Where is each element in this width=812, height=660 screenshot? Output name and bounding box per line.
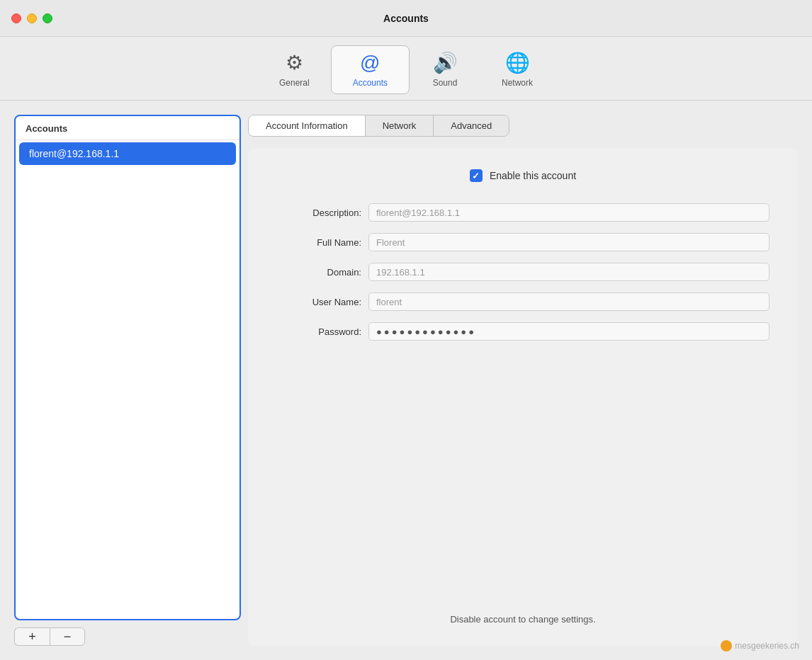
- username-row: User Name:: [276, 292, 769, 311]
- traffic-lights: [11, 13, 52, 23]
- close-button[interactable]: [11, 13, 21, 23]
- at-icon: @: [360, 52, 380, 74]
- minimize-button[interactable]: [27, 13, 37, 23]
- right-panel: Account Information Network Advanced Ena…: [241, 115, 798, 646]
- toolbar-item-accounts[interactable]: @ Accounts: [331, 45, 410, 94]
- toolbar-item-network[interactable]: 🌐 Network: [480, 45, 554, 94]
- form-panel: Enable this account Description: Full Na…: [248, 148, 798, 646]
- toolbar-item-general[interactable]: ⚙ General: [258, 45, 331, 94]
- enable-account-checkbox[interactable]: [470, 169, 483, 182]
- tab-advanced[interactable]: Advanced: [434, 115, 509, 136]
- toolbar-label-network: Network: [502, 78, 533, 88]
- footer-note: Disable account to change settings.: [276, 614, 769, 625]
- form-fields: Description: Full Name: Domain: User Nam…: [276, 203, 769, 341]
- gear-icon: ⚙: [286, 51, 303, 74]
- domain-input[interactable]: [368, 263, 769, 281]
- sun-icon: [721, 640, 732, 652]
- toolbar-label-general: General: [279, 78, 310, 88]
- toolbar: ⚙ General @ Accounts 🔊 Sound 🌐 Network: [0, 37, 812, 101]
- fullname-input[interactable]: [368, 233, 769, 251]
- description-input[interactable]: [368, 203, 769, 222]
- username-label: User Name:: [276, 297, 361, 307]
- add-account-button[interactable]: +: [14, 627, 50, 646]
- domain-label: Domain:: [276, 267, 361, 278]
- enable-account-label: Enable this account: [490, 170, 576, 181]
- toolbar-item-sound[interactable]: 🔊 Sound: [410, 45, 480, 94]
- fullname-row: Full Name:: [276, 233, 769, 251]
- accounts-list-container: Accounts florent@192.168.1.1: [14, 115, 241, 620]
- toolbar-label-sound: Sound: [433, 78, 458, 88]
- sidebar-buttons: + −: [14, 627, 241, 646]
- title-bar: Accounts: [0, 0, 812, 37]
- fullname-label: Full Name:: [276, 237, 361, 248]
- password-row: Password: ●●●●●●●●●●●●●: [276, 322, 769, 341]
- domain-row: Domain:: [276, 263, 769, 281]
- toolbar-label-accounts: Accounts: [353, 78, 388, 88]
- watermark-text: mesgeekeries.ch: [735, 641, 799, 651]
- password-input[interactable]: ●●●●●●●●●●●●●: [368, 322, 769, 341]
- password-label: Password:: [276, 326, 361, 337]
- account-list-item[interactable]: florent@192.168.1.1: [19, 142, 236, 165]
- accounts-list-header: Accounts: [16, 116, 239, 140]
- username-input[interactable]: [368, 292, 769, 311]
- description-row: Description:: [276, 203, 769, 222]
- tab-account-information[interactable]: Account Information: [249, 115, 366, 136]
- network-icon: 🌐: [505, 51, 530, 74]
- watermark: mesgeekeries.ch: [721, 640, 799, 652]
- tab-bar: Account Information Network Advanced: [248, 115, 509, 137]
- zoom-button[interactable]: [43, 13, 52, 23]
- tab-network[interactable]: Network: [366, 115, 434, 136]
- main-content: Accounts florent@192.168.1.1 + − Account…: [0, 101, 812, 660]
- remove-account-button[interactable]: −: [50, 627, 85, 646]
- window-title: Accounts: [383, 13, 429, 24]
- description-label: Description:: [276, 207, 361, 218]
- enable-row: Enable this account: [276, 169, 769, 182]
- sound-icon: 🔊: [433, 51, 458, 74]
- sidebar-panel: Accounts florent@192.168.1.1 + −: [14, 115, 241, 646]
